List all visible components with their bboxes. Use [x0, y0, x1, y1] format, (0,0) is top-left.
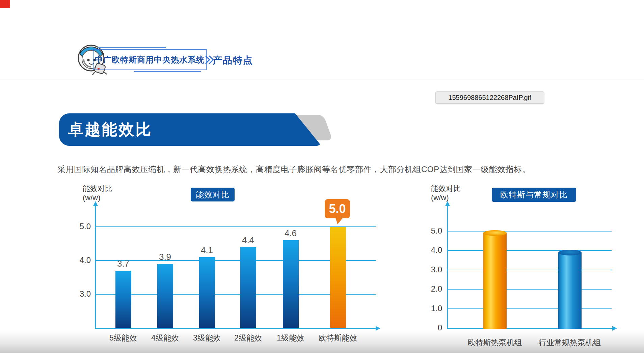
page-tab: 产品特点 — [213, 54, 253, 67]
left-chart-y-tick: 3.0 — [72, 289, 91, 299]
section-title: 卓越能效比 — [68, 113, 152, 146]
right-chart-y-tick: 5.0 — [423, 226, 442, 236]
left-chart-bar — [330, 227, 346, 328]
left-chart-bar — [199, 257, 215, 328]
left-chart-y-axis — [95, 205, 96, 329]
section-description: 采用国际知名品牌高效压缩机，新一代高效换热系统，高精度电子膨胀阀等名优零部件，大… — [57, 164, 530, 175]
page: 中广欧特斯商用中央热水系统 产品特点 1559698865122268PaIP.… — [0, 0, 644, 353]
right-chart-cylinder-body — [558, 252, 582, 329]
left-chart-y-axis-label: 能效对比 (w/w) — [83, 184, 112, 202]
brand-title: 中广欧特斯商用中央热水系统 — [93, 50, 206, 70]
left-chart-bar — [283, 240, 299, 328]
left-chart-category: 3级能效 — [183, 333, 231, 343]
right-chart-x-axis — [447, 328, 612, 329]
right-chart-gridline — [448, 308, 612, 309]
left-chart-bar-value: 4.4 — [235, 235, 262, 245]
x-axis-arrow-icon — [612, 326, 617, 331]
right-chart-y-axis — [447, 205, 448, 329]
left-chart-bar-value: 4.1 — [193, 245, 220, 255]
x-axis-arrow-icon — [376, 326, 380, 331]
left-chart-bar-value: 3.7 — [110, 259, 137, 269]
left-chart-category: 欧特斯能效 — [314, 333, 361, 343]
left-chart-bar — [240, 247, 256, 328]
left-chart-bar-value: 3.9 — [152, 252, 179, 262]
left-chart-y-tick: 5.0 — [72, 222, 91, 231]
right-chart-gridline — [448, 231, 612, 232]
right-chart-y-axis-label: 能效对比 (w/w) — [431, 184, 461, 202]
header-divider — [0, 80, 644, 80]
left-chart-bar-value: 4.6 — [277, 228, 304, 239]
right-chart-cylinder-body — [483, 233, 507, 329]
cop-callout: 5.0 — [325, 199, 350, 218]
filename-tooltip: 1559698865122268PaIP.gif — [435, 91, 544, 104]
right-chart-y-tick: 1.0 — [423, 304, 442, 313]
left-chart-bar — [157, 264, 173, 328]
right-chart-y-tick: 4.0 — [423, 245, 442, 255]
record-indicator-icon — [0, 0, 10, 8]
left-chart-category: 2级能效 — [224, 333, 272, 343]
right-chart-gridline — [448, 250, 612, 251]
left-chart-category: 1级能效 — [267, 333, 314, 343]
right-chart-gridline — [448, 270, 612, 270]
right-chart-category: 行业常规热泵机组 — [529, 337, 610, 348]
right-chart-cylinder-top — [558, 250, 582, 255]
right-chart-gridline — [448, 289, 612, 290]
left-chart-title-badge: 能效对比 — [191, 188, 235, 201]
left-chart-bar — [115, 271, 131, 328]
right-chart-y-tick: 0 — [423, 323, 442, 332]
left-chart-category: 4级能效 — [141, 333, 189, 343]
left-chart-category: 5级能效 — [100, 333, 147, 343]
brand-title-frame: 中广欧特斯商用中央热水系统 — [93, 49, 207, 70]
cop-callout-tail-icon — [336, 218, 343, 224]
right-chart-y-tick: 2.0 — [423, 284, 442, 294]
left-chart-y-tick: 4.0 — [72, 255, 91, 265]
right-chart-title-badge: 欧特斯与常规对比 — [492, 188, 576, 202]
right-chart-category: 欧特斯热泵机组 — [454, 337, 535, 348]
right-chart-y-tick: 3.0 — [423, 265, 442, 274]
